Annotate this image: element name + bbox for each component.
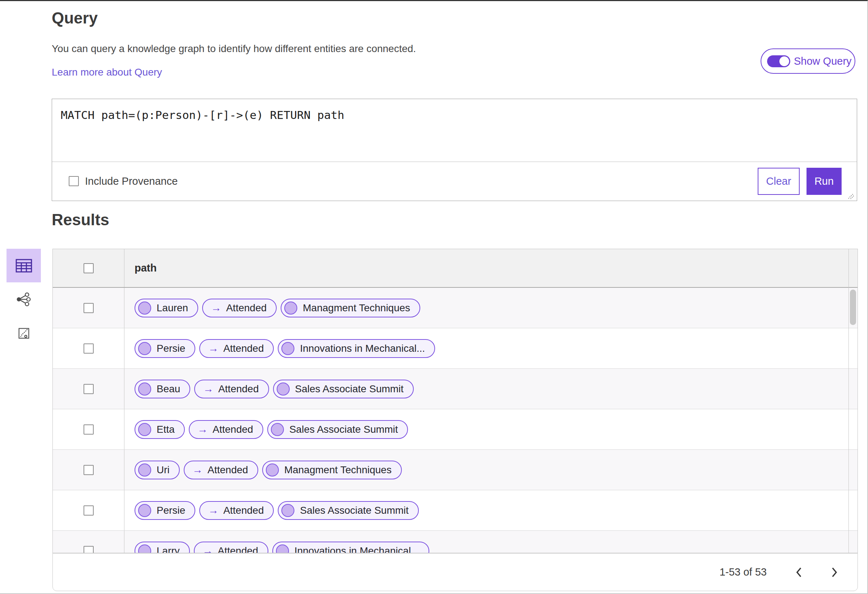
source-node-label: Persie	[156, 343, 185, 354]
results-table-body: Lauren → Attended Managment Techniques P…	[53, 288, 858, 553]
vertical-scrollbar[interactable]	[849, 249, 858, 553]
row-checkbox[interactable]	[84, 424, 94, 435]
path-cell: Beau → Attended Sales Associate Summit	[124, 369, 858, 409]
node-dot-icon	[284, 302, 297, 314]
target-node-pill[interactable]: Innovations in Mechanical...	[278, 339, 435, 358]
node-dot-icon	[138, 544, 151, 554]
path-cell: Larry → Attended Innovations in Mechanic…	[124, 531, 858, 553]
path-cell: Etta → Attended Sales Associate Summit	[124, 409, 858, 450]
target-node-label: Managment Techniques	[303, 302, 410, 314]
target-node-label: Managment Techniques	[284, 464, 392, 476]
source-node-pill[interactable]: Etta	[134, 420, 185, 439]
source-node-label: Etta	[156, 424, 175, 435]
edge-pill[interactable]: → Attended	[202, 299, 277, 317]
source-node-pill[interactable]: Uri	[134, 461, 180, 479]
view-switcher-graph[interactable]	[14, 290, 33, 309]
show-query-toggle[interactable]: Show Query	[760, 49, 855, 74]
toggle-switch-icon[interactable]	[767, 55, 790, 67]
node-dot-icon	[138, 302, 151, 314]
source-node-pill[interactable]: Persie	[134, 501, 195, 520]
edge-pill[interactable]: → Attended	[194, 542, 269, 554]
source-node-label: Persie	[156, 505, 185, 516]
edge-pill[interactable]: → Attended	[199, 339, 274, 358]
query-description: You can query a knowledge graph to ident…	[52, 43, 416, 55]
chevron-right-icon	[831, 567, 838, 578]
source-node-label: Larry	[156, 545, 180, 554]
edge-pill[interactable]: → Attended	[199, 501, 274, 520]
node-dot-icon	[138, 463, 151, 476]
toggle-knob	[779, 56, 789, 66]
target-node-pill[interactable]: Managment Techniques	[262, 461, 402, 479]
target-node-label: Innovations in Mechanical...	[294, 545, 419, 554]
edge-arrow-icon: →	[208, 342, 218, 354]
target-node-label: Sales Associate Summit	[300, 505, 408, 516]
header-checkbox-cell	[53, 249, 124, 287]
clear-button[interactable]: Clear	[758, 168, 800, 195]
edge-pill[interactable]: → Attended	[194, 380, 269, 398]
table-row: Etta → Attended Sales Associate Summit	[53, 409, 858, 450]
table-row: Larry → Attended Innovations in Mechanic…	[53, 531, 858, 553]
include-provenance-checkbox[interactable]	[69, 176, 79, 186]
scrollbar-thumb[interactable]	[850, 290, 856, 325]
edge-arrow-icon: →	[202, 545, 213, 553]
row-checkbox[interactable]	[84, 465, 94, 475]
select-all-checkbox[interactable]	[84, 263, 94, 273]
node-dot-icon	[271, 423, 284, 436]
target-node-pill[interactable]: Sales Associate Summit	[273, 380, 414, 398]
target-node-pill[interactable]: Innovations in Mechanical...	[272, 542, 430, 554]
page-title: Query	[52, 9, 97, 27]
source-node-pill[interactable]: Beau	[134, 380, 190, 398]
target-node-pill[interactable]: Sales Associate Summit	[278, 501, 418, 520]
path-cell: Persie → Attended Innovations in Mechani…	[124, 328, 858, 368]
target-node-pill[interactable]: Managment Techniques	[280, 299, 420, 317]
pagination-range: 1-53 of 53	[719, 566, 767, 578]
edge-label: Attended	[213, 424, 253, 435]
row-checkbox[interactable]	[84, 506, 94, 516]
table-row: Lauren → Attended Managment Techniques	[53, 288, 858, 328]
path-cell: Persie → Attended Sales Associate Summit	[124, 490, 858, 531]
show-query-label: Show Query	[794, 55, 852, 67]
include-provenance-label: Include Provenance	[85, 175, 177, 187]
source-node-pill[interactable]: Larry	[134, 542, 190, 554]
node-dot-icon	[276, 544, 289, 554]
path-cell: Uri → Attended Managment Techniques	[124, 450, 858, 490]
node-dot-icon	[281, 504, 294, 517]
query-page: Query You can query a knowledge graph to…	[0, 0, 868, 594]
node-dot-icon	[266, 463, 279, 476]
view-switcher-chart[interactable]	[16, 326, 31, 341]
target-node-pill[interactable]: Sales Associate Summit	[267, 420, 408, 439]
source-node-pill[interactable]: Lauren	[134, 299, 198, 317]
edge-label: Attended	[223, 343, 264, 354]
edge-pill[interactable]: → Attended	[189, 420, 263, 439]
table-row: Persie → Attended Sales Associate Summit	[53, 490, 858, 531]
run-button[interactable]: Run	[806, 168, 841, 195]
prev-page-button[interactable]	[796, 567, 802, 578]
source-node-pill[interactable]: Persie	[134, 339, 195, 358]
row-checkbox-cell	[53, 409, 124, 450]
target-node-label: Innovations in Mechanical...	[300, 343, 425, 354]
table-row: Uri → Attended Managment Techniques	[53, 450, 858, 490]
edge-arrow-icon: →	[208, 504, 218, 516]
results-title: Results	[52, 211, 109, 229]
results-table: path Lauren → Attended Managment Techniq…	[52, 249, 858, 553]
view-switcher-table[interactable]	[6, 249, 41, 282]
source-node-label: Lauren	[156, 302, 188, 314]
table-view-icon	[16, 259, 32, 273]
learn-more-link[interactable]: Learn more about Query	[52, 66, 162, 78]
table-row: Beau → Attended Sales Associate Summit	[53, 369, 858, 409]
query-input[interactable]: MATCH path=(p:Person)-[r]->(e) RETURN pa…	[52, 99, 857, 162]
source-node-label: Beau	[156, 383, 180, 395]
next-page-button[interactable]	[831, 567, 838, 578]
chevron-left-icon	[796, 567, 802, 578]
node-dot-icon	[138, 504, 151, 517]
row-checkbox[interactable]	[84, 303, 94, 313]
edge-pill[interactable]: → Attended	[184, 461, 258, 479]
row-checkbox[interactable]	[84, 343, 94, 354]
row-checkbox[interactable]	[84, 546, 94, 554]
node-dot-icon	[138, 383, 151, 395]
source-node-label: Uri	[156, 464, 170, 476]
node-dot-icon	[281, 342, 294, 355]
row-checkbox-cell	[53, 450, 124, 490]
path-cell: Lauren → Attended Managment Techniques	[124, 288, 858, 328]
row-checkbox[interactable]	[84, 384, 94, 394]
